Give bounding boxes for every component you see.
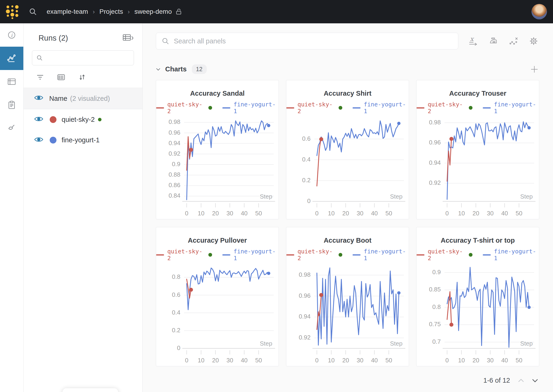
legend-run-name: fine-yogurt-1	[234, 101, 279, 115]
breadcrumb-projects[interactable]: Projects	[99, 8, 123, 15]
run-name[interactable]: fine-yogurt-1	[62, 136, 100, 144]
legend-line-swatch	[156, 107, 164, 109]
svg-text:0.94: 0.94	[299, 313, 311, 320]
svg-text:0.85: 0.85	[429, 286, 441, 293]
main-content: x	[143, 23, 553, 392]
svg-text:0: 0	[315, 357, 319, 364]
svg-text:20: 20	[473, 357, 479, 364]
chevron-down-icon	[156, 68, 161, 71]
rail-item-workspace[interactable]	[0, 47, 23, 70]
smoothing-button[interactable]	[488, 36, 499, 46]
svg-text:0: 0	[445, 357, 449, 364]
panel-search-input[interactable]	[173, 37, 452, 45]
svg-text:10: 10	[328, 210, 335, 217]
open-padlock-icon	[175, 8, 182, 15]
svg-text:0.94: 0.94	[429, 159, 441, 166]
chart-card[interactable]: Accuracy Pulloverquiet-sky-2fine-yogurt-…	[156, 227, 279, 366]
chevron-up-icon	[518, 378, 524, 383]
svg-text:50: 50	[255, 357, 262, 364]
run-row-quiet-sky-2[interactable]: quiet-sky-2	[24, 109, 142, 130]
outliers-button[interactable]	[508, 36, 519, 46]
svg-text:0.96: 0.96	[429, 139, 441, 146]
panel-search-box	[156, 33, 458, 49]
svg-text:0.4: 0.4	[302, 156, 311, 163]
chart-card[interactable]: Accuracy Shirtquiet-sky-2fine-yogurt-10.…	[286, 80, 409, 219]
runs-panel: Runs (2)	[24, 23, 143, 392]
svg-text:40: 40	[241, 357, 248, 364]
svg-text:0.92: 0.92	[168, 150, 180, 157]
run-name[interactable]: quiet-sky-2	[62, 116, 95, 123]
svg-text:30: 30	[357, 357, 364, 364]
visibility-toggle[interactable]	[34, 137, 43, 143]
svg-text:10: 10	[198, 357, 204, 364]
svg-text:40: 40	[241, 210, 248, 217]
svg-text:0.2: 0.2	[302, 177, 311, 184]
rail-item-sweeps[interactable]	[0, 117, 23, 140]
legend-run-name: quiet-sky-2	[297, 248, 336, 262]
chart-card[interactable]: Accuracy Bootquiet-sky-2fine-yogurt-10.9…	[286, 227, 409, 366]
rail-item-table[interactable]	[0, 70, 23, 93]
group-list-button[interactable]	[57, 74, 65, 81]
user-avatar[interactable]	[532, 4, 547, 19]
svg-text:10: 10	[458, 357, 465, 364]
chart-plot: 0.980.960.940.9201020304050Step	[417, 115, 539, 224]
visibility-toggle[interactable]	[34, 116, 43, 123]
expand-runs-table-button[interactable]	[123, 34, 134, 42]
svg-text:0.96: 0.96	[299, 292, 311, 299]
rail-item-logs[interactable]	[0, 93, 23, 117]
legend-run-name: fine-yogurt-1	[364, 101, 409, 115]
svg-text:0.88: 0.88	[168, 171, 180, 178]
broom-icon	[7, 123, 17, 133]
chart-legend: quiet-sky-2fine-yogurt-1	[286, 248, 409, 262]
run-row-fine-yogurt-1[interactable]: fine-yogurt-1	[24, 130, 142, 150]
chart-legend: quiet-sky-2fine-yogurt-1	[156, 101, 279, 115]
svg-text:0.98: 0.98	[299, 271, 311, 278]
add-panel-button[interactable]	[530, 65, 539, 74]
legend-line-swatch	[417, 254, 424, 255]
topbar-search-icon[interactable]	[29, 8, 37, 16]
chart-plot: 0.980.960.940.9201020304050Step	[286, 262, 409, 371]
chart-card[interactable]: Accuracy Sandalquiet-sky-2fine-yogurt-10…	[156, 80, 279, 219]
legend-line-swatch	[156, 254, 164, 255]
plus-icon	[530, 65, 539, 74]
rail-item-overview[interactable]: i	[0, 23, 23, 47]
svg-text:0.75: 0.75	[429, 321, 441, 328]
svg-text:0.94: 0.94	[168, 140, 180, 147]
runs-search-input[interactable]	[46, 54, 129, 62]
visibility-all-toggle[interactable]	[34, 95, 43, 102]
runs-column-label: Name	[49, 95, 67, 102]
sort-button[interactable]	[78, 74, 86, 81]
app-root: example-team › Projects › sweep-demo i	[0, 0, 553, 392]
legend-line-swatch	[483, 254, 491, 255]
chart-card[interactable]: Accuracy T-shirt or topquiet-sky-2fine-y…	[416, 227, 539, 366]
peeking-popup[interactable]	[63, 388, 118, 392]
pagination-next-button[interactable]	[532, 378, 538, 383]
svg-text:0.9: 0.9	[432, 269, 441, 276]
collapse-charts-button[interactable]	[156, 68, 161, 71]
svg-text:40: 40	[371, 210, 378, 217]
svg-text:20: 20	[342, 210, 349, 217]
svg-text:0.8: 0.8	[432, 303, 441, 310]
filter-button[interactable]	[36, 74, 44, 81]
legend-line-swatch	[353, 254, 361, 255]
svg-text:Step: Step	[520, 193, 533, 200]
breadcrumb-project[interactable]: sweep-demo	[134, 8, 172, 15]
chart-card[interactable]: Accuracy Trouserquiet-sky-2fine-yogurt-1…	[416, 80, 539, 219]
chart-title: Accuracy Pullover	[156, 237, 279, 244]
pagination-label: 1-6 of 12	[483, 377, 510, 384]
eye-icon	[34, 95, 43, 101]
legend-run-name: quiet-sky-2	[428, 248, 466, 262]
chart-legend: quiet-sky-2fine-yogurt-1	[286, 101, 409, 115]
svg-text:10: 10	[198, 210, 204, 217]
search-icon	[162, 37, 169, 45]
pagination-prev-button[interactable]	[518, 378, 524, 383]
workspace-settings-button[interactable]	[528, 36, 539, 46]
svg-text:0.4: 0.4	[172, 309, 180, 316]
svg-text:Step: Step	[390, 340, 403, 347]
x-axis-settings-button[interactable]: x	[468, 36, 479, 46]
svg-text:10: 10	[458, 210, 465, 217]
svg-text:40: 40	[371, 357, 378, 364]
breadcrumb-team[interactable]: example-team	[47, 8, 88, 15]
wandb-logo-icon[interactable]	[5, 4, 20, 19]
legend-run-name: fine-yogurt-1	[364, 248, 409, 262]
